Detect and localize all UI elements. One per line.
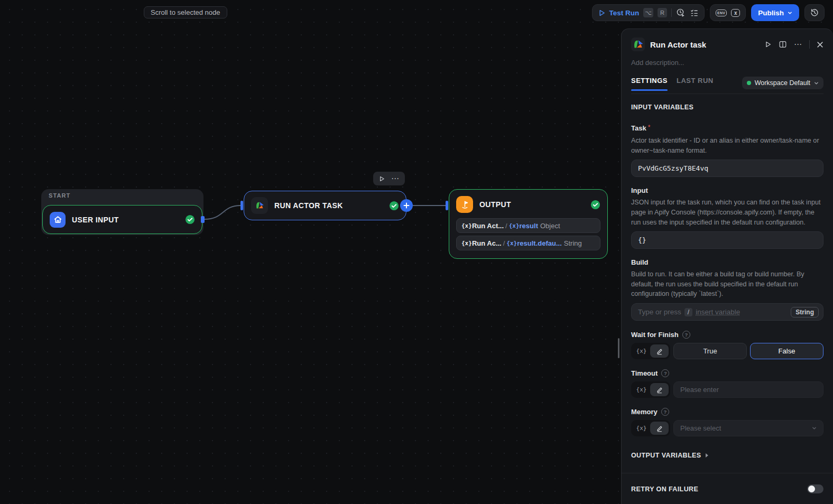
output-node[interactable]: OUTPUT {x}Run Act... / {x}result Object … [449,189,608,259]
memory-select[interactable]: Please select [673,420,823,436]
success-check-icon [185,214,195,225]
input-handle-actor[interactable] [240,201,243,210]
top-toolbar: Test Run ⌥ R ENV [592,4,825,21]
publish-button[interactable]: Publish [751,4,799,21]
edit-mode-button[interactable] [650,383,669,396]
build-label: Build [631,258,823,266]
edit-mode-button[interactable] [650,422,669,435]
output-variable-row[interactable]: {x}Run Ac... / {x}result.defau... String [456,236,600,250]
required-mark: * [648,124,651,131]
actor-node-title: RUN ACTOR TASK [274,201,383,210]
help-icon[interactable]: ? [682,331,690,339]
divider [809,40,810,49]
close-icon[interactable] [817,41,823,48]
retry-on-failure-label: RETRY ON FAILURE [631,486,698,493]
timeout-input[interactable] [673,381,823,398]
edit-mode-button[interactable] [650,344,669,358]
tab-last-run[interactable]: LAST RUN [677,77,714,91]
value-mode-toggle: {x} [631,381,670,398]
output-node-title: OUTPUT [479,200,584,209]
task-label: Task [631,124,646,132]
wait-for-finish-label: Wait for Finish [631,331,679,339]
input-field: Input JSON input for the task run, which… [631,186,823,249]
flag-icon [456,196,473,213]
memory-field: Memory ? {x} Please select [631,408,823,436]
output-handle-user-input[interactable] [201,216,205,223]
option-true-button[interactable]: True [673,343,747,359]
tab-settings[interactable]: SETTINGS [631,77,668,91]
panel-resize-handle[interactable] [618,338,619,358]
help-icon[interactable]: ? [661,408,669,416]
user-input-node[interactable]: USER INPUT [42,205,202,234]
success-check-icon [590,200,600,210]
variable-icon: {x} [506,240,517,247]
divider [671,8,672,17]
more-options-icon[interactable]: ⋯ [794,42,802,47]
variable-icon: {x} [461,240,472,247]
apify-logo-icon [631,38,645,51]
timeout-field: Timeout ? {x} [631,369,823,398]
memory-label: Memory [631,408,658,416]
value-mode-toggle: {x} [631,420,670,436]
variable-mode-button[interactable]: {x} [633,425,650,432]
insert-variable-link[interactable]: insert variable [696,308,740,316]
build-placeholder: Type or press [638,308,681,316]
workspace-selector[interactable]: Workspace Default [742,77,823,89]
input-handle-output[interactable] [446,201,448,210]
build-description: Build to run. It can be either a build t… [631,269,823,299]
path-separator: / [502,239,507,247]
input-description: JSON input for the task run, which you c… [631,198,823,227]
variable-source: Run Ac... [472,239,502,247]
type-badge: String [791,307,819,318]
version-history-icon[interactable] [810,8,819,17]
variable-icon: {x} [509,222,520,229]
home-icon [50,212,66,228]
node-more-icon[interactable]: ⋯ [391,176,400,181]
input-label: Input [631,186,823,194]
shortcut-option-key: ⌥ [643,8,653,17]
output-variable-row[interactable]: {x}Run Act... / {x}result Object [456,218,600,233]
env-variables-icon[interactable]: ENV [716,10,727,16]
retry-on-failure-row: RETRY ON FAILURE [631,473,823,504]
shortcut-r-key: R [658,8,667,17]
variable-path: result.defau... [517,239,562,247]
play-icon [598,9,606,17]
test-run-button[interactable]: Test Run [598,9,640,17]
success-check-icon [389,201,399,211]
build-input[interactable]: Type or press / insert variable String [631,303,823,321]
split-view-icon[interactable] [779,40,787,49]
json-input[interactable] [631,231,823,249]
user-input-node-title: USER INPUT [72,216,179,224]
value-mode-toggle: {x} [631,343,670,359]
test-run-group: Test Run ⌥ R [592,4,705,21]
env-label: ENV [716,10,727,16]
task-field: Task* Actor task identifier - ID or an a… [631,123,823,177]
variable-path: result [520,222,538,230]
variable-icon: {x} [461,222,472,229]
run-node-icon[interactable] [764,41,772,48]
workflow-tools-group: ENV x [710,4,746,21]
checklist-icon[interactable] [690,8,699,17]
run-actor-task-node[interactable]: RUN ACTOR TASK [244,191,406,220]
variable-mode-button[interactable]: {x} [633,386,650,393]
variable-mode-button[interactable]: {x} [633,348,650,354]
start-group-label: START [49,192,70,199]
help-icon[interactable]: ? [661,369,669,377]
task-input[interactable] [631,160,823,177]
output-variables-section[interactable]: OUTPUT VARIABLES [631,452,823,473]
retry-toggle[interactable] [807,484,823,493]
apify-logo-icon [251,197,268,214]
chevron-down-icon [814,81,819,86]
workflow-editor: Scroll to selected node START USER INPUT [0,0,833,504]
run-node-icon[interactable] [378,175,385,182]
run-history-clock-icon[interactable] [676,8,686,17]
memory-placeholder: Please select [680,424,812,432]
scroll-to-selected-node-button[interactable]: Scroll to selected node [144,6,227,18]
slash-key-hint: / [684,308,692,316]
publish-label: Publish [758,9,784,17]
variables-icon[interactable]: x [731,9,740,17]
add-node-plus-icon[interactable] [400,199,413,212]
description-input[interactable]: Add description... [631,59,823,67]
workspace-status-dot [747,81,751,85]
option-false-button[interactable]: False [750,343,823,359]
